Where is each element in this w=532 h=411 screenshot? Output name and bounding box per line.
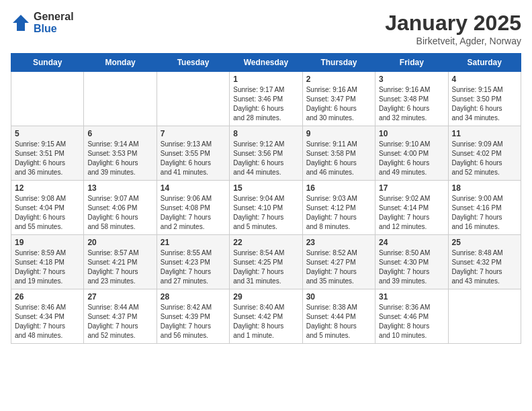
cell-day-text: Sunrise: 9:02 AMSunset: 4:14 PMDaylight:… — [379, 194, 444, 232]
calendar-table: Sunday Monday Tuesday Wednesday Thursday… — [11, 53, 521, 344]
cell-4-6: 24Sunrise: 8:50 AMSunset: 4:30 PMDayligh… — [375, 235, 448, 289]
cell-2-4: 8Sunrise: 9:12 AMSunset: 3:56 PMDaylight… — [230, 126, 302, 181]
cell-day-num: 17 — [379, 183, 444, 193]
cell-day-text: Sunrise: 8:40 AMSunset: 4:42 PMDaylight:… — [233, 303, 298, 340]
svg-marker-0 — [13, 15, 29, 31]
cell-day-num: 6 — [87, 129, 152, 138]
header-sunday: Sunday — [11, 54, 84, 72]
header-thursday: Thursday — [302, 54, 375, 72]
cell-1-1 — [11, 72, 84, 126]
cell-day-num: 20 — [87, 238, 152, 247]
cell-day-text: Sunrise: 8:48 AMSunset: 4:32 PMDaylight:… — [452, 248, 517, 286]
cell-2-2: 6Sunrise: 9:14 AMSunset: 3:53 PMDaylight… — [84, 126, 157, 181]
logo-icon — [11, 13, 31, 33]
cell-5-3: 28Sunrise: 8:42 AMSunset: 4:39 PMDayligh… — [157, 289, 229, 344]
cell-2-6: 10Sunrise: 9:10 AMSunset: 4:00 PMDayligh… — [375, 126, 448, 181]
cell-day-num: 24 — [379, 238, 444, 247]
calendar-header: Sunday Monday Tuesday Wednesday Thursday… — [11, 54, 521, 72]
cell-day-text: Sunrise: 9:15 AMSunset: 3:50 PMDaylight:… — [452, 85, 517, 123]
cell-day-num: 7 — [161, 129, 226, 138]
cell-day-num: 27 — [87, 292, 152, 302]
cell-3-5: 16Sunrise: 9:03 AMSunset: 4:12 PMDayligh… — [302, 181, 375, 235]
cell-day-text: Sunrise: 8:59 AMSunset: 4:18 PMDaylight:… — [15, 248, 80, 286]
cell-1-2 — [84, 72, 157, 126]
logo-general-text: General — [34, 11, 74, 23]
cell-day-num: 19 — [15, 238, 80, 247]
header-friday: Friday — [375, 54, 448, 72]
calendar-title: January 2025 — [385, 11, 521, 36]
cell-2-5: 9Sunrise: 9:11 AMSunset: 3:58 PMDaylight… — [302, 126, 375, 181]
cell-day-text: Sunrise: 8:52 AMSunset: 4:27 PMDaylight:… — [306, 248, 371, 286]
week-row-1: 1Sunrise: 9:17 AMSunset: 3:46 PMDaylight… — [11, 72, 521, 126]
cell-day-text: Sunrise: 9:00 AMSunset: 4:16 PMDaylight:… — [452, 194, 517, 232]
cell-day-num: 14 — [161, 183, 226, 193]
cell-day-text: Sunrise: 8:42 AMSunset: 4:39 PMDaylight:… — [161, 303, 226, 340]
cell-5-1: 26Sunrise: 8:46 AMSunset: 4:34 PMDayligh… — [11, 289, 84, 344]
cell-day-text: Sunrise: 8:50 AMSunset: 4:30 PMDaylight:… — [379, 248, 444, 286]
cell-3-3: 14Sunrise: 9:06 AMSunset: 4:08 PMDayligh… — [157, 181, 229, 235]
calendar-body: 1Sunrise: 9:17 AMSunset: 3:46 PMDaylight… — [11, 72, 521, 344]
header-saturday: Saturday — [448, 54, 521, 72]
cell-day-num: 21 — [161, 238, 226, 247]
cell-day-num: 29 — [233, 292, 298, 302]
cell-1-4: 1Sunrise: 9:17 AMSunset: 3:46 PMDaylight… — [230, 72, 302, 126]
header-wednesday: Wednesday — [230, 54, 302, 72]
cell-day-text: Sunrise: 9:07 AMSunset: 4:06 PMDaylight:… — [87, 194, 152, 232]
cell-day-text: Sunrise: 9:15 AMSunset: 3:51 PMDaylight:… — [15, 140, 80, 177]
cell-4-5: 23Sunrise: 8:52 AMSunset: 4:27 PMDayligh… — [302, 235, 375, 289]
cell-day-num: 22 — [233, 238, 298, 247]
cell-day-num: 4 — [452, 75, 517, 84]
cell-day-num: 31 — [379, 292, 444, 302]
cell-day-num: 25 — [452, 238, 517, 247]
cell-day-num: 8 — [233, 129, 298, 138]
cell-day-num: 16 — [306, 183, 371, 193]
cell-day-text: Sunrise: 8:55 AMSunset: 4:23 PMDaylight:… — [161, 248, 226, 286]
cell-4-4: 22Sunrise: 8:54 AMSunset: 4:25 PMDayligh… — [230, 235, 302, 289]
logo-text: General Blue — [34, 11, 74, 34]
cell-day-text: Sunrise: 9:04 AMSunset: 4:10 PMDaylight:… — [233, 194, 298, 232]
cell-day-text: Sunrise: 9:10 AMSunset: 4:00 PMDaylight:… — [379, 140, 444, 177]
cell-3-1: 12Sunrise: 9:08 AMSunset: 4:04 PMDayligh… — [11, 181, 84, 235]
cell-day-text: Sunrise: 8:54 AMSunset: 4:25 PMDaylight:… — [233, 248, 298, 286]
cell-3-2: 13Sunrise: 9:07 AMSunset: 4:06 PMDayligh… — [84, 181, 157, 235]
cell-day-text: Sunrise: 9:17 AMSunset: 3:46 PMDaylight:… — [233, 85, 298, 123]
cell-4-2: 20Sunrise: 8:57 AMSunset: 4:21 PMDayligh… — [84, 235, 157, 289]
logo: General Blue — [11, 11, 74, 34]
cell-day-num: 2 — [306, 75, 371, 84]
cell-day-num: 11 — [452, 129, 517, 138]
cell-day-text: Sunrise: 9:11 AMSunset: 3:58 PMDaylight:… — [306, 140, 371, 177]
cell-day-text: Sunrise: 8:46 AMSunset: 4:34 PMDaylight:… — [15, 303, 80, 340]
cell-day-text: Sunrise: 9:13 AMSunset: 3:55 PMDaylight:… — [161, 140, 226, 177]
cell-day-num: 26 — [15, 292, 80, 302]
cell-2-1: 5Sunrise: 9:15 AMSunset: 3:51 PMDaylight… — [11, 126, 84, 181]
header: General Blue January 2025 Birketveit, Ag… — [11, 11, 521, 46]
cell-day-num: 9 — [306, 129, 371, 138]
cell-4-3: 21Sunrise: 8:55 AMSunset: 4:23 PMDayligh… — [157, 235, 229, 289]
cell-day-num: 10 — [379, 129, 444, 138]
cell-day-text: Sunrise: 9:16 AMSunset: 3:47 PMDaylight:… — [306, 85, 371, 123]
cell-5-2: 27Sunrise: 8:44 AMSunset: 4:37 PMDayligh… — [84, 289, 157, 344]
cell-day-num: 28 — [161, 292, 226, 302]
logo-blue-text: Blue — [34, 23, 74, 35]
cell-day-text: Sunrise: 9:14 AMSunset: 3:53 PMDaylight:… — [87, 140, 152, 177]
title-area: January 2025 Birketveit, Agder, Norway — [385, 11, 521, 46]
cell-day-text: Sunrise: 8:57 AMSunset: 4:21 PMDaylight:… — [87, 248, 152, 286]
cell-day-text: Sunrise: 8:36 AMSunset: 4:46 PMDaylight:… — [379, 303, 444, 340]
cell-5-7 — [448, 289, 521, 344]
cell-day-num: 15 — [233, 183, 298, 193]
cell-day-num: 3 — [379, 75, 444, 84]
calendar-subtitle: Birketveit, Agder, Norway — [385, 36, 521, 46]
cell-day-text: Sunrise: 9:08 AMSunset: 4:04 PMDaylight:… — [15, 194, 80, 232]
header-tuesday: Tuesday — [157, 54, 229, 72]
cell-day-num: 5 — [15, 129, 80, 138]
cell-day-num: 23 — [306, 238, 371, 247]
cell-day-num: 13 — [87, 183, 152, 193]
week-row-3: 12Sunrise: 9:08 AMSunset: 4:04 PMDayligh… — [11, 181, 521, 235]
cell-1-7: 4Sunrise: 9:15 AMSunset: 3:50 PMDaylight… — [448, 72, 521, 126]
cell-2-3: 7Sunrise: 9:13 AMSunset: 3:55 PMDaylight… — [157, 126, 229, 181]
cell-4-7: 25Sunrise: 8:48 AMSunset: 4:32 PMDayligh… — [448, 235, 521, 289]
cell-1-5: 2Sunrise: 9:16 AMSunset: 3:47 PMDaylight… — [302, 72, 375, 126]
cell-2-7: 11Sunrise: 9:09 AMSunset: 4:02 PMDayligh… — [448, 126, 521, 181]
cell-day-text: Sunrise: 9:06 AMSunset: 4:08 PMDaylight:… — [161, 194, 226, 232]
cell-day-text: Sunrise: 9:09 AMSunset: 4:02 PMDaylight:… — [452, 140, 517, 177]
